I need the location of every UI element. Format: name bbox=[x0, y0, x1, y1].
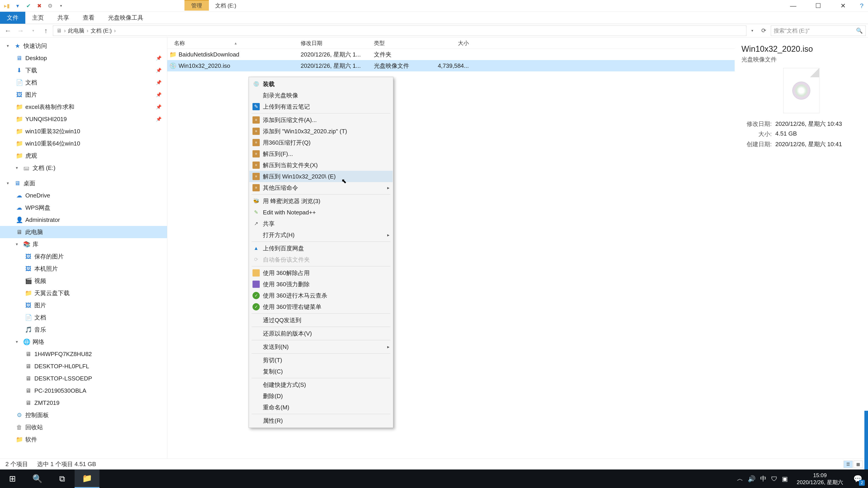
tree-admin[interactable]: 👤Administrator bbox=[0, 214, 167, 226]
tree-net-pc[interactable]: 🖥PC-20190530OBLA bbox=[0, 385, 167, 397]
minimize-button[interactable]: — bbox=[781, 0, 806, 11]
nav-forward-button[interactable]: → bbox=[15, 25, 26, 36]
tree-folder[interactable]: 📁软件 bbox=[0, 433, 167, 446]
ctx-delete[interactable]: 删除(D) bbox=[249, 390, 393, 402]
nav-recent-dropdown[interactable]: ▾ bbox=[28, 25, 39, 36]
tree-net-pc[interactable]: 🖥DESKTOP-HL0PLFL bbox=[0, 360, 167, 372]
ribbon-tab-isotools[interactable]: 光盘映像工具 bbox=[101, 12, 150, 24]
address-dropdown-icon[interactable]: ▾ bbox=[748, 29, 757, 33]
task-view-button[interactable]: ⧉ bbox=[50, 469, 74, 488]
ctx-copy[interactable]: 复制(C) bbox=[249, 366, 393, 377]
tree-downloads[interactable]: ⬇下载📌 bbox=[0, 64, 167, 76]
nav-up-button[interactable]: ↑ bbox=[40, 25, 52, 36]
tree-onedrive[interactable]: ☁OneDrive bbox=[0, 189, 167, 201]
tray-security-icon[interactable]: 🛡 bbox=[771, 475, 777, 483]
tree-lib-item[interactable]: 📁天翼云盘下载 bbox=[0, 287, 167, 299]
ctx-addzip[interactable]: ≡添加到压缩文件(A)... bbox=[249, 114, 393, 126]
ribbon-tab-file[interactable]: 文件 bbox=[0, 12, 25, 24]
taskbar-clock[interactable]: 15:09 2020/12/26, 星期六 bbox=[792, 472, 848, 486]
qat-gear-icon[interactable]: ⚙ bbox=[46, 1, 55, 10]
ctx-extractcur[interactable]: ≡解压到当前文件夹(X) bbox=[249, 160, 393, 171]
ctx-rename[interactable]: 重命名(M) bbox=[249, 402, 393, 413]
ctx-baidu[interactable]: ▲上传到百度网盘 bbox=[249, 242, 393, 254]
tree-desktop[interactable]: 🖥Desktop📌 bbox=[0, 52, 167, 64]
ctx-360trojan[interactable]: ✓使用 360进行木马云查杀 bbox=[249, 290, 393, 301]
ctx-addzip2[interactable]: ≡添加到 "Win10x32_2020.zip" (T) bbox=[249, 126, 393, 137]
ctx-browser[interactable]: 🐝用 蜂蜜浏览器 浏览(3) bbox=[249, 195, 393, 207]
notifications-button[interactable]: 💬 2 bbox=[848, 469, 868, 488]
ctx-restore[interactable]: 还原以前的版本(V) bbox=[249, 328, 393, 339]
tree-lib-item[interactable]: 🖼图片 bbox=[0, 299, 167, 311]
ctx-cut[interactable]: 剪切(T) bbox=[249, 355, 393, 366]
tree-documents[interactable]: 📄文档📌 bbox=[0, 76, 167, 89]
qat-dropdown-icon[interactable]: ▾ bbox=[57, 1, 66, 10]
tree-lib-item[interactable]: 📄文档 bbox=[0, 311, 167, 324]
tree-net-pc[interactable]: 🖥1H4WPFQ7KZ8HU82 bbox=[0, 348, 167, 360]
tray-volume-icon[interactable]: 🔊 bbox=[748, 475, 756, 483]
file-row[interactable]: 📁 BaiduNetdiskDownload 2020/12/26, 星期六 1… bbox=[167, 49, 735, 60]
tree-desktop2[interactable]: ▾🖥桌面 bbox=[0, 177, 167, 189]
ctx-360unlock[interactable]: 使用 360解除占用 bbox=[249, 267, 393, 279]
start-button[interactable]: ⊞ bbox=[0, 469, 25, 488]
ctx-shortcut[interactable]: 创建快捷方式(S) bbox=[249, 379, 393, 390]
ctx-open360[interactable]: ≡用360压缩打开(Q) bbox=[249, 137, 393, 148]
qat-save-icon[interactable]: ▾ bbox=[13, 1, 22, 10]
breadcrumb[interactable]: 🖥 › 此电脑 › 文档 (E:) › bbox=[53, 26, 746, 36]
ctx-mount[interactable]: 💿装载 bbox=[249, 78, 393, 90]
nav-back-button[interactable]: ← bbox=[2, 25, 13, 36]
ribbon-tab-share[interactable]: 共享 bbox=[51, 12, 76, 24]
ctx-npp[interactable]: ✎Edit with Notepad++ bbox=[249, 207, 393, 218]
ctx-othercomp[interactable]: ≡其他压缩命令▸ bbox=[249, 182, 393, 193]
tree-pictures[interactable]: 🖼图片📌 bbox=[0, 89, 167, 101]
ctx-extractf[interactable]: ≡解压到(F)... bbox=[249, 148, 393, 160]
breadcrumb-thispc[interactable]: 此电脑 bbox=[68, 27, 84, 34]
ctx-extractname[interactable]: ≡解压到 Win10x32_2020\ (E) bbox=[249, 171, 393, 182]
ctx-props[interactable]: 属性(R) bbox=[249, 415, 393, 426]
tree-folder[interactable]: 📁win10重装64位win10 bbox=[0, 137, 167, 150]
tree-control-panel[interactable]: ⚙控制面板 bbox=[0, 409, 167, 421]
col-size-header[interactable]: 大小 bbox=[436, 39, 473, 47]
maximize-button[interactable]: ☐ bbox=[806, 0, 831, 11]
tree-lib-item[interactable]: 🖼本机照片 bbox=[0, 263, 167, 275]
details-view-button[interactable]: ☰ bbox=[844, 461, 852, 468]
ribbon-tab-home[interactable]: 主页 bbox=[25, 12, 51, 24]
tray-app-icon[interactable]: ▣ bbox=[782, 475, 788, 483]
search-input[interactable]: 搜索"文档 (E:)" 🔍 bbox=[771, 26, 866, 36]
ctx-share[interactable]: ↗共享 bbox=[249, 218, 393, 229]
tree-net-pc[interactable]: 🖥DESKTOP-LSSOEDP bbox=[0, 372, 167, 385]
icons-view-button[interactable]: ▦ bbox=[854, 461, 863, 468]
ctx-burn[interactable]: 刻录光盘映像 bbox=[249, 90, 393, 101]
tree-lib-item[interactable]: 🎵音乐 bbox=[0, 324, 167, 336]
tree-folder[interactable]: 📁excel表格制作求和📌 bbox=[0, 101, 167, 113]
ctx-360manage[interactable]: ✓使用 360管理右键菜单 bbox=[249, 301, 393, 313]
ctx-qq[interactable]: 通过QQ发送到 bbox=[249, 315, 393, 326]
tree-wps[interactable]: ☁WPS网盘 bbox=[0, 201, 167, 214]
tree-folder[interactable]: 📁YUNQISHI2019📌 bbox=[0, 113, 167, 125]
help-button[interactable]: ? bbox=[855, 0, 868, 11]
close-button[interactable]: ✕ bbox=[831, 0, 855, 11]
ctx-youdao[interactable]: ✎上传到有道云笔记 bbox=[249, 101, 393, 112]
col-type-header[interactable]: 类型 bbox=[374, 39, 436, 47]
qat-check-icon[interactable]: ✔ bbox=[24, 1, 33, 10]
search-button[interactable]: 🔍 bbox=[25, 469, 50, 488]
tree-network[interactable]: ▾🌐网络 bbox=[0, 336, 167, 348]
file-row-selected[interactable]: 💿 Win10x32_2020.iso 2020/12/26, 星期六 1...… bbox=[167, 60, 735, 71]
tree-lib-item[interactable]: 🎬视频 bbox=[0, 275, 167, 287]
ctx-360delete[interactable]: 使用 360强力删除 bbox=[249, 279, 393, 290]
tree-lib-item[interactable]: 🖼保存的图片 bbox=[0, 250, 167, 263]
tray-ime-indicator[interactable]: 中 bbox=[760, 475, 767, 483]
tree-libraries[interactable]: ▾📚库 bbox=[0, 238, 167, 250]
taskbar-explorer[interactable]: 📁 bbox=[74, 469, 99, 488]
context-tab-manage[interactable]: 管理 bbox=[184, 0, 209, 11]
refresh-button[interactable]: ⟳ bbox=[758, 27, 770, 34]
tree-net-pc[interactable]: 🖥ZMT2019 bbox=[0, 397, 167, 409]
tray-chevron-icon[interactable]: ︿ bbox=[737, 475, 743, 483]
tree-folder[interactable]: 📁虎观 bbox=[0, 150, 167, 162]
ctx-openwith[interactable]: 打开方式(H)▸ bbox=[249, 229, 393, 240]
tree-thispc[interactable]: 🖥此电脑 bbox=[0, 226, 167, 238]
col-date-header[interactable]: 修改日期 bbox=[301, 39, 374, 47]
tree-folder[interactable]: 📁win10重装32位win10 bbox=[0, 125, 167, 137]
ctx-sendto[interactable]: 发送到(N)▸ bbox=[249, 341, 393, 352]
qat-close-icon[interactable]: ✖ bbox=[35, 1, 44, 10]
breadcrumb-drive[interactable]: 文档 (E:) bbox=[91, 27, 112, 34]
